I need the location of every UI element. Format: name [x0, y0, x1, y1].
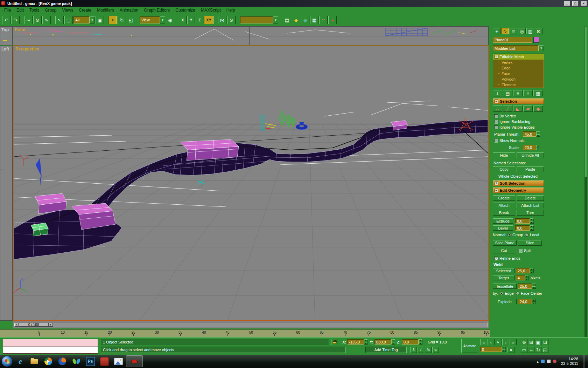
previous-frame-button[interactable]: ‹ — [488, 339, 495, 345]
ignore-backfacing-checkbox[interactable]: Ignore Backfacing — [494, 120, 530, 124]
object-color-swatch[interactable] — [533, 37, 539, 43]
pan-button[interactable]: ⇔ — [528, 347, 534, 353]
use-center-button[interactable]: ◉ — [166, 16, 174, 24]
selection-region-button[interactable]: ▢ — [64, 16, 73, 24]
show-desktop-button[interactable] — [583, 355, 585, 368]
panel-scrollbar[interactable] — [584, 26, 587, 337]
selection-lock-toggle[interactable] — [331, 339, 337, 345]
spinner-arrows[interactable] — [391, 339, 395, 345]
tab-modify[interactable]: ∿ — [501, 28, 509, 34]
close-button[interactable]: × — [581, 1, 587, 6]
by-vertex-checkbox[interactable]: By Vertex — [494, 114, 516, 118]
volume-tray-icon[interactable] — [547, 360, 551, 363]
material-editor-button[interactable]: ∷ — [319, 16, 328, 24]
menu-item[interactable]: File — [1, 7, 14, 13]
collapse-icon[interactable]: − — [495, 55, 498, 59]
spinner-arrows[interactable] — [419, 339, 422, 345]
left-viewport-label[interactable]: Left — [1, 47, 9, 52]
coordinate-system-dropdown[interactable]: View ▼ — [140, 16, 165, 23]
current-time-field[interactable]: 0 — [480, 347, 506, 352]
add-time-tag-button[interactable]: Add Time Tag — [365, 347, 407, 353]
alert-tray-icon[interactable] — [553, 360, 556, 363]
hidden-icons-button[interactable]: ▴ — [537, 360, 539, 363]
taskbar-photo-viewer-button[interactable] — [112, 356, 125, 367]
menu-item[interactable]: Create — [76, 7, 94, 13]
mirror-button[interactable]: ⋈ — [218, 16, 226, 24]
start-button[interactable] — [1, 356, 13, 367]
unhide-all-button[interactable]: Unhide All — [517, 152, 544, 158]
panel-scrollbar-thumb[interactable] — [584, 26, 587, 177]
spinner-arrows[interactable] — [525, 275, 529, 280]
track-bar[interactable]: 5101520253035404550556065707580859095100 — [0, 329, 490, 337]
bevel-button[interactable]: Bevel — [493, 225, 513, 231]
taskbar-explorer-button[interactable] — [28, 356, 41, 367]
restrict-y-button[interactable]: Y — [187, 16, 195, 24]
select-and-rotate-button[interactable]: ↻ — [118, 16, 126, 24]
select-and-link-button[interactable]: ∾ — [24, 16, 33, 24]
spinner-arrows[interactable] — [536, 145, 540, 150]
chevron-down-icon[interactable]: ▼ — [539, 45, 544, 51]
remove-modifier-button[interactable]: × — [523, 90, 533, 96]
weld-selected-field[interactable]: 25,0 — [516, 268, 534, 273]
extrude-button[interactable]: Extrude — [493, 218, 513, 224]
zoom-button[interactable]: ⊕ — [521, 339, 527, 345]
sub-object-element-button[interactable]: ◆ — [533, 105, 543, 112]
delete-button[interactable]: Delete — [517, 195, 544, 201]
zoom-extents-button[interactable]: ▣ — [535, 339, 541, 345]
sub-object-polygon-button[interactable]: ▰ — [523, 105, 533, 112]
chevron-down-icon[interactable]: ▼ — [160, 16, 165, 23]
bevel-field[interactable]: 0,0 — [515, 225, 534, 231]
minimize-button[interactable]: _ — [564, 1, 570, 6]
taskbar-clock[interactable]: 14:28 23-5-2011 — [561, 357, 578, 366]
render-button[interactable]: ● — [328, 16, 337, 24]
manipulate-button[interactable]: ⊙ — [227, 16, 236, 24]
listener-script-line[interactable] — [3, 347, 98, 354]
unlink-selection-button[interactable]: ⊘ — [33, 16, 42, 24]
restrict-x-button[interactable]: X — [179, 16, 187, 24]
maximize-button[interactable]: □ — [572, 1, 579, 6]
soft-selection-rollout[interactable]: + Soft Selection — [493, 180, 544, 186]
title-bar[interactable]: Untitled - gmax - [RenX game pack] _ □ × — [0, 0, 588, 7]
hide-button[interactable]: Hide — [493, 152, 515, 158]
taskbar-photoshop-button[interactable]: Ps — [84, 356, 97, 367]
taskbar-media-player-button[interactable] — [42, 356, 55, 367]
ignore-visible-edges-checkbox[interactable]: Ignore Visible Edges — [494, 125, 535, 129]
undo-button[interactable]: ↶ — [2, 16, 10, 24]
attach-list-button[interactable]: Attach List — [517, 203, 544, 208]
split-checkbox[interactable]: Split — [519, 248, 531, 253]
next-frame-button[interactable]: › — [502, 339, 509, 345]
spinner-arrows[interactable] — [532, 284, 536, 289]
spinner-arrows[interactable] — [530, 268, 534, 273]
field-of-view-button[interactable]: ▭ — [521, 347, 527, 353]
spinner-arrows[interactable] — [530, 218, 534, 224]
taskbar-red-app-button[interactable] — [98, 356, 111, 367]
named-selection-dropdown[interactable]: ▼ — [240, 16, 278, 23]
key-mode-toggle[interactable]: ◆ — [507, 347, 514, 353]
left-viewport[interactable] — [0, 46, 13, 321]
menu-item[interactable]: Graph Editors — [141, 7, 173, 13]
object-name-field[interactable]: Plane01 — [493, 37, 532, 43]
explode-field[interactable]: 24,0 — [518, 299, 536, 304]
perspective-viewport-label[interactable]: Perspective — [15, 47, 39, 52]
normal-local-radio[interactable]: Local — [525, 233, 539, 237]
teal-prop-mesh[interactable] — [260, 115, 265, 131]
animate-button[interactable]: Animate — [461, 339, 478, 353]
tab-display[interactable]: ▥ — [526, 28, 534, 34]
taskbar-ie-button[interactable]: e — [14, 356, 27, 367]
extrude-field[interactable]: 0,0 — [515, 218, 534, 224]
play-button[interactable]: ► — [495, 339, 502, 345]
show-normals-checkbox[interactable]: Show Normals — [494, 138, 525, 143]
go-to-start-button[interactable]: « — [480, 339, 487, 345]
y-coord-field[interactable]: 830,0 — [374, 339, 395, 345]
stack-sub-object-item[interactable]: Vertex — [493, 60, 544, 65]
time-slider-track[interactable]: ◂ 0 / 100 ▸ — [14, 322, 488, 327]
stack-sub-object-item[interactable]: Edge — [493, 65, 544, 71]
scale-field[interactable]: 20,0 — [523, 145, 540, 150]
slice-plane-button[interactable]: Slice Plane — [493, 240, 517, 246]
perspective-viewport[interactable] — [13, 46, 489, 321]
window-crossing-toggle[interactable]: ▣ — [96, 16, 104, 24]
render-type-button[interactable]: ▦ — [310, 16, 318, 24]
refine-ends-checkbox[interactable]: Refine Ends — [494, 256, 520, 260]
explode-button[interactable]: Explode — [493, 299, 517, 304]
tab-motion[interactable]: ◎ — [518, 28, 526, 34]
